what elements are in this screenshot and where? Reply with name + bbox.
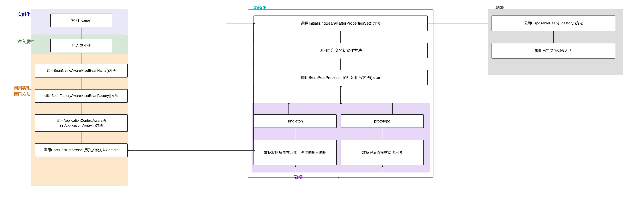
box-singleton-desc: 准备就绪后放在容器，等待调用者调用	[254, 140, 337, 165]
arrow-inst-inject	[81, 28, 82, 39]
arrow-prototype-desc	[382, 128, 382, 140]
arrow-init1-init2	[340, 31, 341, 43]
arrow-prototype-merge	[382, 165, 382, 177]
box-custom-destroy: 调用自定义的销毁方法	[492, 43, 615, 59]
box-before: 调用BeanPostProcessor的预初始化方法()before	[35, 143, 128, 157]
arrow-init2-after	[340, 59, 341, 70]
box-set-bean-factory: 调用BeanFactoryAware的setBeanFactory()方法	[35, 89, 128, 103]
arrow-fork-right	[340, 103, 393, 103]
label-instantiate: 实例化	[18, 12, 30, 18]
box-custom-init: 调用自定义的初始化方法	[254, 43, 428, 58]
arrow-to-singleton	[288, 103, 288, 114]
connector-v-left-to-init	[253, 23, 254, 150]
arrow-inject-beanname	[81, 53, 82, 64]
box-singleton: singleton	[254, 114, 337, 128]
arrow-fork-left	[288, 103, 340, 103]
arrow-beanfactory-appctx	[81, 103, 82, 114]
arrow-singleton-desc	[295, 128, 295, 140]
arrow-after-fork	[340, 86, 341, 103]
arrow-singleton-merge	[295, 165, 295, 177]
arrow-into-init-box1	[226, 23, 254, 24]
box-inject-props: 注入属性值	[50, 39, 112, 52]
arrow-appctx-before	[81, 132, 82, 143]
box-set-app-context: 调用ApplicationContextAware的 setApplicatio…	[35, 114, 128, 132]
arrow-to-prototype	[392, 103, 393, 114]
box-disposable-bean: 调用DisposableBean的destory()方法	[492, 16, 615, 31]
box-after: 调用BeanPostProcessor的初始化后方法()after	[254, 70, 428, 85]
box-after-props-set: 调用InitializingBean的afterPropertiesSet()方…	[254, 16, 428, 31]
arrow-init-to-destroy	[428, 23, 488, 24]
label-inject: 注入属性	[18, 39, 34, 45]
box-set-bean-name: 调用BeanNameAware的setBeanName()方法	[35, 64, 128, 78]
box-prototype: prototype	[340, 114, 424, 128]
box-prototype-desc: 准备好后直接交给调用者	[340, 140, 424, 165]
arrow-merge-point	[338, 177, 339, 177]
arrow-beanname-beanfactory	[81, 78, 82, 89]
box-instantiate-bean: 实例化bean	[50, 14, 112, 27]
label-interface: 调用实现接口方法	[14, 85, 30, 97]
connector-h-before-to-init	[128, 150, 254, 151]
diagram-container: 实例化 注入属性 调用实现接口方法 实例化bean 注入属性值 调用BeanNa…	[0, 0, 644, 200]
arrow-destroy1-destroy2	[553, 31, 554, 43]
